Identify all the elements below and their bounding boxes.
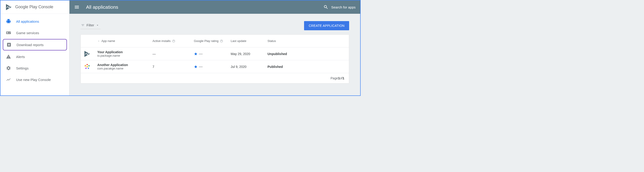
topbar: All applications Search for apps: [70, 0, 360, 14]
svg-marker-3: [84, 51, 90, 57]
gear-icon: [6, 66, 11, 71]
android-icon: [6, 19, 11, 24]
content: Filter CREATE APPLICATION App name Activ…: [70, 14, 360, 84]
brand-name: Google Play Console: [15, 4, 53, 9]
chart-line-icon: [6, 77, 11, 82]
sidebar-item-label: Settings: [16, 66, 28, 70]
table-row[interactable]: Another Application com.pacakge.name 7 —…: [81, 60, 349, 73]
brand-logo-area: Google Play Console: [0, 0, 69, 14]
column-last-update[interactable]: Last update: [231, 39, 268, 43]
sidebar-item-new-console[interactable]: Use new Play Console: [0, 74, 69, 85]
svg-point-5: [86, 64, 88, 65]
play-console-logo-icon: [5, 3, 12, 11]
svg-point-6: [88, 65, 90, 66]
cell-last-update: May 29, 2020: [231, 52, 268, 56]
column-active-installs[interactable]: Active installs: [152, 39, 194, 43]
hamburger-icon[interactable]: [74, 4, 80, 10]
search-area[interactable]: Search for apps: [324, 4, 356, 10]
create-application-button[interactable]: CREATE APPLICATION: [304, 21, 349, 30]
sidebar-item-label: Game services: [16, 31, 39, 35]
sidebar-item-alerts[interactable]: Alerts: [0, 51, 69, 62]
toolbar: Filter CREATE APPLICATION: [80, 21, 349, 30]
table-header: App name Active installs Google Play rat…: [81, 35, 349, 47]
filter-label: Filter: [86, 23, 94, 27]
svg-point-8: [85, 68, 86, 69]
help-icon: [220, 39, 223, 43]
cell-rating: —: [194, 52, 231, 56]
sidebar-item-label: Use new Play Console: [16, 78, 51, 82]
help-icon: [172, 39, 175, 43]
sidebar-item-settings[interactable]: Settings: [0, 62, 69, 74]
svg-point-4: [86, 66, 88, 67]
svg-point-9: [85, 65, 86, 66]
app-icon: [84, 50, 91, 58]
main-area: All applications Search for apps Filter …: [70, 0, 360, 95]
sidebar-item-download-reports[interactable]: Download reports: [3, 39, 67, 50]
app-package: io.package.name: [97, 54, 152, 57]
search-icon: [324, 4, 328, 10]
column-app-name[interactable]: App name: [97, 39, 152, 43]
cell-status: Unpublished: [268, 52, 314, 56]
app-package: com.pacakge.name: [97, 67, 152, 70]
app-name: Your Application: [97, 50, 152, 54]
sort-asc-icon: [97, 40, 100, 42]
table-row[interactable]: Your Application io.package.name — — May…: [81, 47, 349, 60]
cell-status: Published: [268, 65, 314, 69]
app-icon: [84, 63, 91, 70]
cell-active-installs: —: [152, 52, 194, 56]
sidebar-item-label: Download reports: [16, 43, 44, 47]
sidebar-item-label: All applications: [16, 19, 39, 23]
column-rating[interactable]: Google Play rating: [194, 39, 231, 43]
page-title: All applications: [86, 4, 317, 10]
warning-icon: [6, 54, 11, 59]
filter-dropdown[interactable]: Filter: [80, 22, 100, 29]
star-icon: [194, 52, 198, 56]
search-label: Search for apps: [331, 5, 356, 9]
column-status[interactable]: Status: [268, 39, 314, 43]
sidebar-item-label: Alerts: [16, 55, 25, 59]
svg-point-7: [88, 68, 89, 69]
cell-active-installs: 7: [152, 65, 194, 69]
star-icon: [194, 65, 198, 69]
download-box-icon: [6, 42, 12, 47]
applications-table: App name Active installs Google Play rat…: [80, 34, 349, 84]
filter-icon: [81, 23, 85, 27]
cell-last-update: Jul 9, 2020: [231, 65, 268, 69]
table-pager: Page 1 of 1: [81, 73, 349, 83]
app-name: Another Application: [97, 63, 152, 67]
sidebar-item-all-applications[interactable]: All applications: [0, 16, 69, 27]
sidebar-item-game-services[interactable]: Game services: [0, 27, 69, 39]
gamepad-icon: [6, 30, 11, 35]
svg-marker-0: [6, 4, 12, 10]
sidebar-nav: All applications Game services Download …: [0, 14, 69, 87]
cell-rating: —: [194, 65, 231, 69]
sidebar: Google Play Console All applications Gam…: [0, 0, 70, 95]
chevron-down-icon: [96, 24, 99, 27]
